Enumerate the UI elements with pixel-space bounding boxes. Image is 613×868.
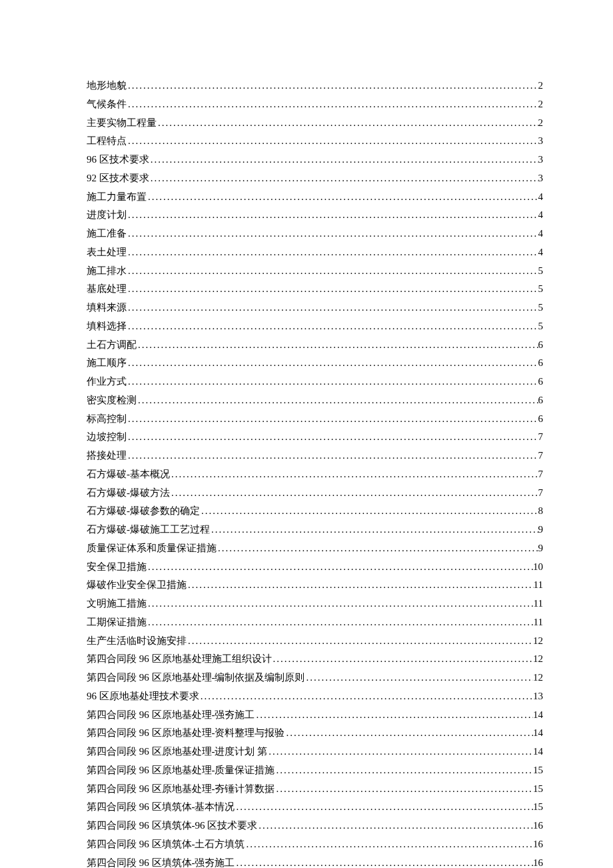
toc-entry[interactable]: 96 区原地基处理技术要求13 (87, 687, 543, 706)
toc-leader-dots (127, 225, 538, 243)
toc-entry[interactable]: 96 区技术要求3 (87, 151, 543, 169)
toc-entry[interactable]: 作业方式6 (87, 373, 543, 391)
toc-page-number: 11 (534, 595, 543, 613)
toc-title: 第四合同段 96 区原地基处理-质量保证措施 (87, 761, 275, 780)
toc-entry[interactable]: 安全保卫措施10 (87, 558, 543, 577)
toc-leader-dots (187, 576, 534, 595)
toc-title: 质量保证体系和质量保证措施 (87, 539, 217, 558)
toc-entry[interactable]: 第四合同段 96 区原地基处理-夯锤计算数据15 (87, 780, 543, 799)
toc-leader-dots (147, 558, 533, 577)
toc-leader-dots (127, 95, 538, 114)
toc-entry[interactable]: 施工力量布置4 (87, 188, 543, 207)
toc-leader-dots (157, 114, 538, 133)
toc-entry[interactable]: 92 区技术要求3 (87, 169, 543, 188)
toc-title: 92 区技术要求 (87, 169, 149, 188)
toc-entry[interactable]: 搭接处理7 (87, 447, 543, 465)
toc-leader-dots (127, 447, 538, 465)
toc-title: 石方爆破-爆破方法 (87, 484, 170, 503)
toc-title: 主要实物工程量 (87, 114, 157, 133)
toc-entry[interactable]: 第四合同段 96 区原地基处理施工组织设计12 (87, 650, 543, 669)
toc-title: 第四合同段 96 区原地基处理-进度计划 第 (87, 743, 267, 761)
toc-entry[interactable]: 第四合同段 96 区原地基处理-编制依据及编制原则12 (87, 669, 543, 687)
toc-leader-dots (170, 484, 538, 503)
toc-entry[interactable]: 第四合同段 96 区原地基处理-资料整理与报验14 (87, 724, 543, 743)
toc-title: 气候条件 (87, 95, 127, 114)
toc-entry[interactable]: 标高控制6 (87, 410, 543, 429)
toc-page-number: 15 (533, 780, 543, 799)
toc-entry[interactable]: 石方爆破-爆破施工工艺过程9 (87, 521, 543, 539)
toc-page-number: 6 (538, 410, 544, 429)
toc-leader-dots (170, 465, 538, 484)
toc-entry[interactable]: 石方爆破-爆破方法7 (87, 484, 543, 503)
toc-page-number: 15 (533, 798, 543, 817)
toc-entry[interactable]: 生产生活临时设施安排12 (87, 632, 543, 651)
toc-entry[interactable]: 工期保证措施11 (87, 613, 543, 632)
toc-leader-dots (187, 632, 533, 651)
toc-page-number: 5 (538, 280, 544, 299)
toc-leader-dots (127, 132, 538, 151)
toc-entry[interactable]: 土石方调配6 (87, 336, 543, 355)
toc-leader-dots (149, 169, 538, 188)
toc-entry[interactable]: 石方爆破-基本概况7 (87, 465, 543, 484)
toc-entry[interactable]: 施工排水5 (87, 262, 543, 281)
toc-entry[interactable]: 第四合同段 96 区填筑体-土石方填筑16 (87, 835, 543, 854)
toc-leader-dots (235, 798, 534, 817)
toc-entry[interactable]: 进度计划4 (87, 206, 543, 225)
toc-entry[interactable]: 文明施工措施11 (87, 595, 543, 613)
toc-entry[interactable]: 气候条件2 (87, 95, 543, 114)
toc-page-number: 3 (538, 151, 544, 169)
toc-title: 标高控制 (87, 410, 127, 429)
toc-page-number: 13 (533, 687, 543, 706)
toc-leader-dots (255, 706, 534, 725)
toc-entry[interactable]: 第四合同段 96 区填筑体-96 区技术要求16 (87, 817, 543, 835)
toc-entry[interactable]: 地形地貌2 (87, 77, 543, 95)
toc-leader-dots (199, 687, 533, 706)
toc-entry[interactable]: 施工准备4 (87, 225, 543, 243)
toc-leader-dots (272, 650, 534, 669)
toc-page-number: 15 (533, 761, 543, 780)
toc-entry[interactable]: 边坡控制7 (87, 428, 543, 447)
toc-title: 施工顺序 (87, 354, 127, 373)
toc-title: 文明施工措施 (87, 595, 147, 613)
toc-title: 填料选择 (87, 317, 127, 336)
toc-leader-dots (127, 354, 538, 373)
toc-leader-dots (127, 410, 538, 429)
toc-page-number: 14 (533, 706, 543, 725)
toc-page-number: 6 (538, 336, 544, 355)
toc-title: 基底处理 (87, 280, 127, 299)
toc-entry[interactable]: 第四合同段 96 区原地基处理-进度计划 第14 (87, 743, 543, 761)
toc-entry[interactable]: 第四合同段 96 区填筑体-强夯施工16 (87, 854, 543, 869)
toc-entry[interactable]: 填料来源5 (87, 299, 543, 317)
toc-page-number: 14 (533, 743, 543, 761)
toc-page-number: 2 (538, 95, 544, 114)
toc-title: 第四合同段 96 区填筑体-基本情况 (87, 798, 235, 817)
toc-title: 表土处理 (87, 243, 127, 262)
toc-entry[interactable]: 密实度检测6 (87, 391, 543, 410)
toc-entry[interactable]: 填料选择5 (87, 317, 543, 336)
toc-leader-dots (127, 299, 538, 317)
toc-title: 土石方调配 (87, 336, 137, 355)
toc-entry[interactable]: 施工顺序6 (87, 354, 543, 373)
toc-leader-dots (137, 336, 538, 355)
toc-page-number: 4 (538, 188, 544, 207)
toc-entry[interactable]: 质量保证体系和质量保证措施9 (87, 539, 543, 558)
toc-page-number: 4 (538, 243, 544, 262)
toc-page-number: 16 (533, 835, 543, 854)
toc-entry[interactable]: 表土处理4 (87, 243, 543, 262)
table-of-contents: 地形地貌2气候条件2主要实物工程量2工程特点396 区技术要求392 区技术要求… (87, 77, 543, 868)
toc-page-number: 9 (538, 539, 544, 558)
toc-leader-dots (245, 835, 534, 854)
toc-leader-dots (149, 151, 538, 169)
toc-entry[interactable]: 第四合同段 96 区原地基处理-质量保证措施15 (87, 761, 543, 780)
toc-title: 第四合同段 96 区填筑体-强夯施工 (87, 854, 235, 869)
toc-entry[interactable]: 爆破作业安全保卫措施11 (87, 576, 543, 595)
toc-leader-dots (200, 502, 538, 521)
toc-title: 第四合同段 96 区原地基处理-夯锤计算数据 (87, 780, 275, 799)
toc-entry[interactable]: 基底处理5 (87, 280, 543, 299)
toc-entry[interactable]: 第四合同段 96 区原地基处理-强夯施工14 (87, 706, 543, 725)
toc-entry[interactable]: 石方爆破-爆破参数的确定8 (87, 502, 543, 521)
toc-entry[interactable]: 主要实物工程量2 (87, 114, 543, 133)
toc-entry[interactable]: 第四合同段 96 区填筑体-基本情况15 (87, 798, 543, 817)
toc-leader-dots (210, 521, 538, 539)
toc-entry[interactable]: 工程特点3 (87, 132, 543, 151)
